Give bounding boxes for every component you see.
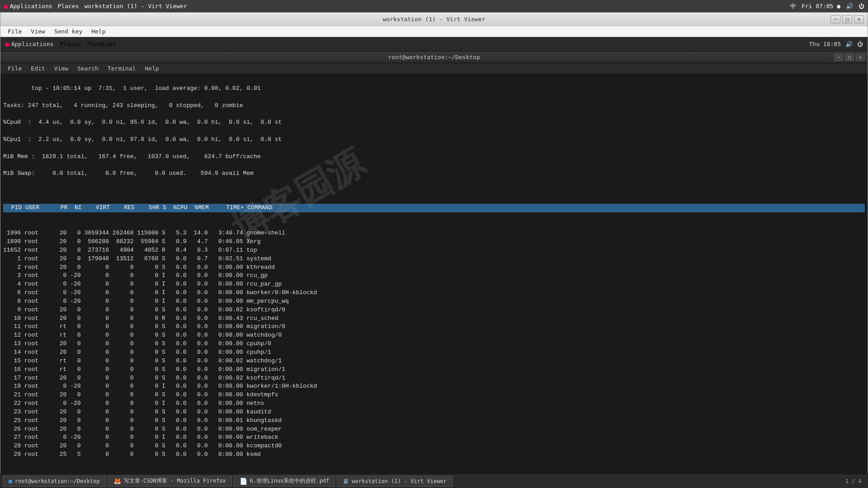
terminal-menu-view[interactable]: View [50,64,73,73]
inner-power-icon: ⏻ [857,41,863,47]
virt-win-controls: ─ □ ✕ [830,15,864,23]
terminal-menubar: File Edit View Search Terminal Help [0,63,868,74]
inner-time: Thu 18:05 [809,41,841,47]
proc-row-8: 8 root 0 -20 0 0 0 I 0.0 0.0 0:00.00 mm_… [3,297,865,306]
proc-table-header: PID USER PR NI VIRT RES SHR S %CPU %MEM … [3,204,865,212]
proc-row-25: 28 root 20 0 0 0 0 S 0.0 0.0 0:00.00 kco… [3,442,865,450]
proc-list: 1996 root 20 0 3659344 262468 115000 S 5… [3,229,865,459]
system-network-icon: 中 [790,2,796,10]
virt-menu-file[interactable]: File [3,27,26,36]
taskbar-virt-label: workstation (1) - Virt Viewer [352,478,447,484]
apps-dot-icon: ● [4,2,8,10]
proc-row-3: 1 root 20 0 179048 13512 8768 S 0.0 0.7 … [3,255,865,263]
proc-row-14: 14 root 20 0 0 0 0 S 0.0 0.0 0:00.00 cpu… [3,348,865,357]
terminal-content[interactable]: top - 18:05:14 up 7:31, 1 user, load ave… [0,74,868,478]
top-line1: top - 18:05:14 up 7:31, 1 user, load ave… [31,85,260,92]
proc-row-21: 23 root 20 0 0 0 0 S 0.0 0.0 0:00.00 kau… [3,408,865,417]
inner-terminal-label[interactable]: Terminal [88,41,116,47]
proc-row-22: 25 root 20 0 0 0 0 S 0.0 0.0 0:00.01 khu… [3,417,865,425]
proc-row-19: 21 root 20 0 0 0 0 S 0.0 0.0 0:00.00 kde… [3,391,865,399]
proc-row-23: 26 root 20 0 0 0 0 S 0.0 0.0 0:00.00 oom… [3,425,865,434]
virt-menubar: File View Send key Help [0,26,868,37]
proc-row-7: 6 root 0 -20 0 0 0 I 0.0 0.0 0:00.00 kwo… [3,289,865,297]
pdf-icon: 📄 [240,478,247,485]
proc-row-10: 10 root 20 0 0 0 0 R 0.0 0.0 0:00.43 rcu… [3,314,865,323]
taskbar-pdf-label: 6.管理Linux系统中的进程.pdf [250,477,329,485]
terminal-menu-terminal[interactable]: Terminal [103,64,141,73]
system-power-icon: ⏻ [859,3,864,9]
virt-task-icon: 🖥 [343,478,349,485]
proc-row-13: 13 root 20 0 0 0 0 S 0.0 0.0 0:00.00 cpu… [3,340,865,348]
terminal-titlebar: root@workstation:~/Desktop ─ □ ✕ [0,52,868,63]
virt-title: workstation (1) - Virt Viewer [383,16,486,23]
top-line6: MiB Swap: 0.0 total, 0.0 free, 0.0 used.… [3,170,254,177]
system-bar: ● Applications Places workstation (1) - … [0,0,868,12]
system-places-label[interactable]: Places [58,3,79,9]
terminal-menu-search[interactable]: Search [73,64,103,73]
system-apps-menu[interactable]: ● Applications [4,2,52,10]
firefox-icon: 🦊 [113,478,121,485]
inner-apps-menu[interactable]: ● Applications [5,40,54,48]
terminal-menu-file[interactable]: File [3,64,26,73]
terminal-close-btn[interactable]: ✕ [856,54,865,61]
virt-menu-send-key[interactable]: Send key [50,27,87,36]
proc-row-12: 12 root rt 0 0 0 0 S 0.0 0.0 0:00.00 wat… [3,331,865,340]
taskbar-terminal-label: root@workstation:~/Desktop [15,478,100,484]
proc-row-20: 22 root 0 -20 0 0 0 I 0.0 0.0 0:00.00 ne… [3,399,865,408]
terminal-win-controls: ─ □ ✕ [834,54,865,61]
proc-row-24: 27 root 0 -20 0 0 0 I 0.0 0.0 0:00.00 wr… [3,433,865,442]
taskbar-firefox-label: 写文章-CSDN博客 - Mozilla Firefox [124,477,226,485]
terminal-window: root@workstation:~/Desktop ─ □ ✕ File Ed… [0,52,868,478]
proc-row-1: 1890 root 20 0 566288 88232 55984 S 0.9 … [3,238,865,246]
top-line2: Tasks: 247 total, 4 running, 243 sleepin… [3,102,243,109]
system-apps-label: Applications [10,3,52,9]
terminal-task-icon: ▣ [9,478,12,484]
proc-row-26: 29 root 25 5 0 0 0 S 0.0 0.0 0:00.00 ksm… [3,450,865,459]
terminal-menu-help[interactable]: Help [141,64,164,73]
proc-row-18: 19 root 0 -20 0 0 0 I 0.0 0.0 0:00.00 kw… [3,382,865,391]
proc-row-2: 11652 root 20 0 273716 4904 4052 R 0.4 0… [3,246,865,255]
virt-viewer-window: workstation (1) - Virt Viewer ─ □ ✕ File… [0,12,868,488]
inner-apps-dot-icon: ● [5,40,9,48]
proc-row-6: 4 root 0 -20 0 0 0 I 0.0 0.0 0:00.00 rcu… [3,280,865,289]
top-line3: %Cpu0 : 4.4 us, 0.0 sy, 0.0 ni, 95.6 id,… [3,119,282,126]
terminal-title: root@workstation:~/Desktop [388,54,480,61]
virt-titlebar: workstation (1) - Virt Viewer ─ □ ✕ [0,13,868,26]
proc-row-17: 17 root 20 0 0 0 0 S 0.0 0.0 0:00.02 kso… [3,374,865,383]
proc-row-11: 11 root rt 0 0 0 0 S 0.0 0.0 0:00.00 mig… [3,323,865,331]
taskbar-pdf[interactable]: 📄 6.管理Linux系统中的进程.pdf [234,476,335,487]
taskbar-virt[interactable]: 🖥 workstation (1) - Virt Viewer [337,476,453,487]
inner-apps-label: Applications [11,41,54,47]
system-datetime: Fri 07:05 ● [802,3,840,9]
top-line5: MiB Mem : 1829.1 total, 167.4 free, 1037… [3,153,261,160]
taskbar-active-task[interactable]: ▣ root@workstation:~/Desktop [3,476,106,487]
taskbar-page-info: 1 / 4 [845,478,865,484]
system-virt-title: workstation (1) - Virt Viewer [85,3,187,9]
proc-row-9: 9 root 20 0 0 0 0 S 0.0 0.0 0:00.02 ksof… [3,306,865,314]
bottom-taskbar: ▣ root@workstation:~/Desktop 🦊 写文章-CSDN博… [0,474,868,488]
proc-row-0: 1996 root 20 0 3659344 262468 115000 S 5… [3,229,865,238]
virt-minimize-btn[interactable]: ─ [830,15,840,23]
proc-row-16: 16 root rt 0 0 0 0 S 0.0 0.0 0:00.00 mig… [3,366,865,374]
terminal-menu-edit[interactable]: Edit [26,64,49,73]
proc-row-4: 2 root 20 0 0 0 0 S 0.0 0.0 0:00.00 kthr… [3,263,865,272]
virt-menu-help[interactable]: Help [87,27,110,36]
virt-close-btn[interactable]: ✕ [854,15,864,23]
taskbar-firefox[interactable]: 🦊 写文章-CSDN博客 - Mozilla Firefox [108,476,232,487]
inner-volume-icon: 🔊 [845,41,853,47]
inner-places-label[interactable]: Places [60,41,81,47]
top-line4: %Cpu1 : 2.2 us, 0.0 sy, 0.0 ni, 97.8 id,… [3,136,282,143]
terminal-maximize-btn[interactable]: □ [845,54,854,61]
terminal-minimize-btn[interactable]: ─ [834,54,843,61]
system-volume-icon: 🔊 [846,3,853,9]
proc-row-5: 3 root 0 -20 0 0 0 I 0.0 0.0 0:00.00 rcu… [3,272,865,280]
virt-menu-view[interactable]: View [26,27,49,36]
virt-maximize-btn[interactable]: □ [842,15,852,23]
inner-taskbar: ● Applications Places Terminal Thu 18:05… [0,37,868,52]
proc-row-15: 15 root rt 0 0 0 0 S 0.0 0.0 0:00.02 wat… [3,357,865,366]
